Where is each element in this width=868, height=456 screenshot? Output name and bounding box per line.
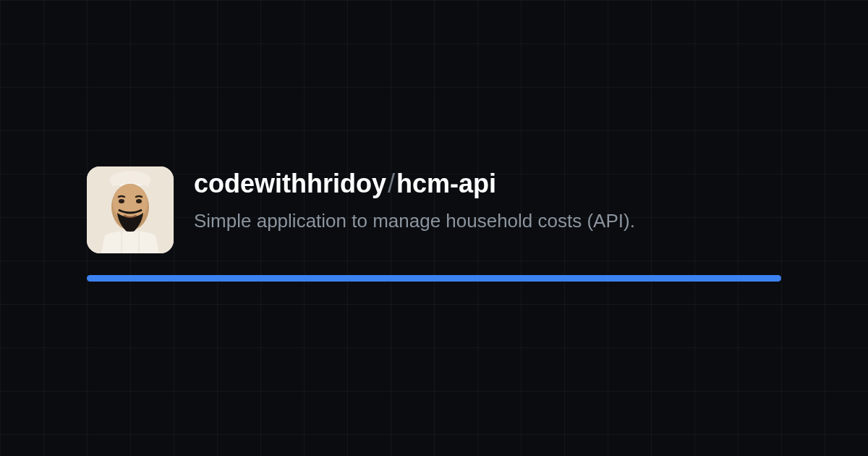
accent-bar — [87, 275, 781, 282]
repo-description: Simple application to manage household c… — [194, 208, 635, 235]
repo-card: codewithhridoy/hcm-api Simple applicatio… — [87, 166, 781, 253]
repo-title: codewithhridoy/hcm-api — [194, 168, 635, 199]
avatar — [87, 166, 174, 253]
avatar-image — [87, 166, 174, 253]
card-content: codewithhridoy/hcm-api Simple applicatio… — [87, 166, 781, 253]
repo-name: hcm-api — [396, 169, 496, 198]
svg-point-5 — [136, 199, 142, 203]
repo-separator: / — [388, 169, 395, 198]
svg-point-4 — [119, 199, 124, 203]
card-text: codewithhridoy/hcm-api Simple applicatio… — [194, 166, 635, 235]
repo-owner: codewithhridoy — [194, 169, 386, 198]
